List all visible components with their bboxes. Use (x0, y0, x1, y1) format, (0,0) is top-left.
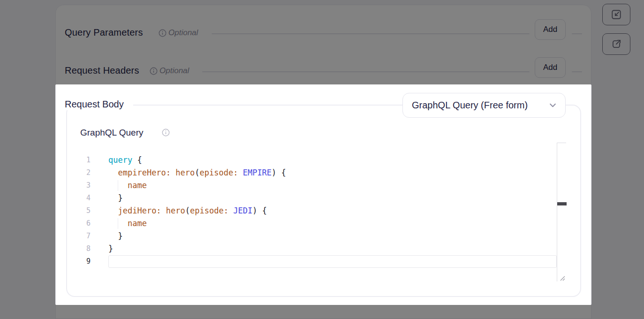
resize-grip-icon[interactable] (559, 274, 566, 281)
code-line[interactable]: 4 } (79, 192, 557, 205)
optional-badge: Optional (168, 28, 198, 38)
code-text: name (108, 217, 557, 230)
line-number: 9 (79, 255, 91, 268)
line-number: 7 (79, 230, 91, 243)
code-line[interactable]: 8} (79, 243, 557, 255)
line-number: 5 (79, 205, 91, 217)
body-type-select[interactable]: GraphQL Query (Free form) (402, 93, 566, 118)
line-number: 2 (79, 167, 91, 179)
line-number: 6 (79, 217, 91, 230)
add-request-header-button[interactable]: Add (535, 57, 566, 78)
code-text (108, 255, 557, 268)
query-parameters-label: Query Parameters (65, 27, 143, 38)
code-line[interactable]: 2 empireHero: hero(episode: EMPIRE) { (79, 167, 557, 179)
scrollbar-thumb[interactable] (557, 202, 567, 205)
code-line[interactable]: 3 name (79, 179, 557, 192)
code-text: empireHero: hero(episode: EMPIRE) { (108, 167, 557, 179)
code-text: jediHero: hero(episode: JEDI) { (108, 205, 557, 217)
divider (572, 33, 582, 34)
indent-guide (118, 218, 118, 229)
external-link-icon (611, 38, 622, 50)
info-icon[interactable] (159, 29, 167, 37)
request-headers-label: Request Headers (65, 65, 139, 76)
shrink-editor-button[interactable] (602, 4, 630, 25)
request-body-label: Request Body (63, 98, 133, 110)
code-lines: 1query {2 empireHero: hero(episode: EMPI… (79, 154, 557, 268)
body-type-selected-value: GraphQL Query (Free form) (412, 100, 549, 111)
divider (202, 71, 530, 72)
code-line[interactable]: 6 name (79, 217, 557, 230)
line-number: 3 (79, 179, 91, 192)
add-query-parameter-button[interactable]: Add (535, 19, 566, 40)
open-external-button[interactable] (602, 33, 630, 55)
code-text: name (108, 179, 557, 192)
editor-scrollbar[interactable] (557, 143, 566, 281)
code-line[interactable]: 9 (79, 255, 557, 268)
code-text: } (108, 243, 557, 255)
code-line[interactable]: 5 jediHero: hero(episode: JEDI) { (79, 205, 557, 217)
info-icon[interactable] (162, 129, 170, 137)
divider (212, 33, 530, 34)
indent-guide (118, 180, 118, 191)
code-line[interactable]: 7 } (79, 230, 557, 243)
info-icon[interactable] (150, 67, 158, 75)
graphql-code-editor[interactable]: 1query {2 empireHero: hero(episode: EMPI… (79, 143, 566, 283)
divider (572, 71, 582, 72)
arrow-in-square-icon (611, 9, 622, 20)
line-number: 1 (79, 154, 91, 167)
code-text: } (108, 230, 557, 243)
chevron-down-icon (549, 101, 557, 109)
code-text: query { (108, 154, 557, 167)
line-number: 4 (79, 192, 91, 205)
code-text: } (108, 192, 557, 205)
page: Query Parameters Optional Add Request He… (0, 0, 644, 319)
line-number: 8 (79, 243, 91, 255)
query-editor-card: Query Parameters Optional Add Request He… (55, 5, 591, 319)
graphql-query-label: GraphQL Query (80, 128, 143, 138)
code-line[interactable]: 1query { (79, 154, 557, 167)
optional-badge: Optional (159, 66, 189, 76)
